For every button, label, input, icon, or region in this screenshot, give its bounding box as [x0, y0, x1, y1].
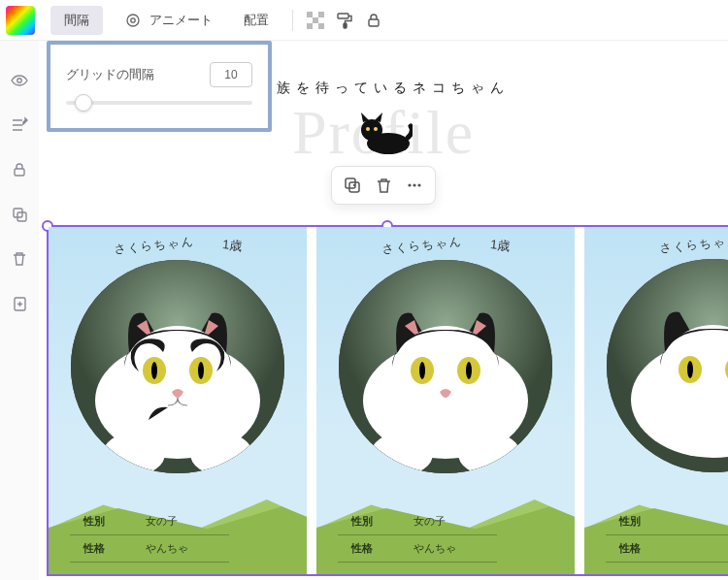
svg-rect-8	[344, 23, 347, 28]
tab-animate-label: アニメート	[149, 12, 213, 29]
table-row: 性格やんちゃ	[338, 535, 497, 563]
svg-point-23	[417, 183, 420, 186]
add-page-icon[interactable]	[7, 291, 32, 316]
svg-rect-7	[338, 14, 348, 18]
info-table: 性別 性格	[606, 508, 728, 563]
table-row: 性別	[606, 508, 728, 535]
svg-point-26	[123, 326, 232, 427]
svg-point-10	[17, 79, 21, 82]
black-cat-icon	[354, 107, 413, 158]
card-name: さくらちゃん	[659, 233, 728, 258]
animate-icon	[120, 8, 146, 33]
tab-spacing[interactable]: 間隔	[50, 6, 103, 35]
table-row: 性別女の子	[70, 508, 229, 535]
grid-spacing-slider[interactable]	[66, 101, 252, 105]
tab-animate[interactable]: アニメート	[107, 2, 226, 39]
left-toolbar	[0, 41, 39, 580]
profile-card[interactable]: さくらちゃん 1歳 性別女の子 性格やんちゃ	[49, 227, 307, 574]
svg-rect-4	[313, 17, 318, 23]
grid-spacing-input[interactable]	[210, 62, 252, 87]
card-name: さくらちゃん	[381, 234, 463, 259]
svg-rect-9	[369, 19, 379, 26]
grid-spacing-popover: グリッドの間隔	[47, 41, 272, 132]
svg-rect-6	[318, 23, 324, 29]
divider	[292, 10, 293, 31]
svg-point-0	[127, 15, 139, 26]
svg-point-1	[131, 17, 135, 21]
svg-point-16	[361, 119, 382, 141]
svg-rect-11	[15, 169, 24, 176]
profile-card[interactable]: さくらちゃん 性別 性格	[584, 227, 728, 574]
cat-photo	[71, 260, 284, 473]
eye-icon[interactable]	[7, 68, 32, 93]
svg-point-21	[408, 183, 411, 186]
cat-photo	[607, 259, 728, 472]
cat-photo	[339, 260, 552, 473]
profile-card[interactable]: さくらちゃん 1歳 性別女の子 性格やんちゃ	[316, 227, 575, 574]
svg-point-17	[366, 127, 370, 131]
more-icon[interactable]	[402, 173, 427, 198]
notes-icon[interactable]	[7, 113, 32, 138]
card-name: さくらちゃん	[113, 234, 195, 259]
svg-rect-3	[318, 12, 324, 17]
table-row: 性格	[606, 535, 728, 563]
trash-float-icon[interactable]	[371, 173, 396, 198]
svg-point-39	[466, 362, 472, 379]
info-table: 性別女の子 性格やんちゃ	[338, 508, 497, 563]
tab-position[interactable]: 配置	[230, 6, 282, 35]
selected-grid[interactable]: さくらちゃん 1歳 性別女の子 性格やんちゃ さくらちゃん 1歳 性	[47, 225, 728, 576]
transparency-icon[interactable]	[303, 8, 328, 33]
table-row: 性別女の子	[338, 508, 497, 535]
svg-point-35	[391, 326, 500, 427]
lock-icon[interactable]	[361, 8, 386, 33]
color-picker-swatch[interactable]	[6, 6, 35, 35]
floating-toolbar	[331, 166, 436, 205]
svg-point-46	[687, 361, 693, 378]
svg-rect-5	[307, 23, 313, 29]
card-age: 1歳	[489, 236, 511, 255]
svg-point-30	[198, 362, 204, 379]
duplicate-float-icon[interactable]	[340, 173, 365, 198]
table-row: 性格やんちゃ	[70, 535, 229, 563]
svg-point-37	[419, 362, 425, 379]
card-age: 1歳	[221, 236, 243, 255]
slider-thumb[interactable]	[75, 94, 92, 112]
grid-spacing-label: グリッドの間隔	[66, 66, 154, 83]
paint-roller-icon[interactable]	[332, 8, 357, 33]
svg-point-22	[413, 183, 415, 186]
svg-point-28	[151, 362, 157, 379]
info-table: 性別女の子 性格やんちゃ	[70, 508, 229, 563]
top-toolbar: 間隔 アニメート 配置	[0, 0, 728, 41]
duplicate-icon[interactable]	[7, 202, 32, 227]
svg-rect-2	[307, 12, 313, 17]
trash-icon[interactable]	[7, 246, 32, 272]
hero-title: 家族を待っているネコちゃん	[257, 80, 510, 97]
svg-point-18	[374, 127, 378, 131]
lock-sidebar-icon[interactable]	[7, 157, 32, 182]
